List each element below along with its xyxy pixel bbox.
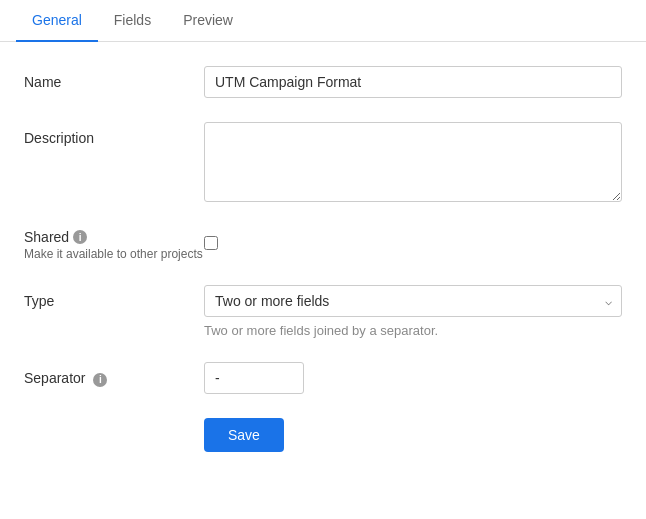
type-select-wrapper: Two or more fields Single field Static v…	[204, 285, 622, 317]
name-input[interactable]	[204, 66, 622, 98]
type-row: Type Two or more fields Single field Sta…	[24, 285, 622, 338]
tab-general[interactable]: General	[16, 0, 98, 42]
form-general: Name Description Shared i Make it availa…	[0, 42, 646, 476]
name-row: Name	[24, 66, 622, 98]
separator-row: Separator i	[24, 362, 622, 394]
tab-fields[interactable]: Fields	[98, 0, 167, 42]
type-select[interactable]: Two or more fields Single field Static v…	[204, 285, 622, 317]
tab-preview[interactable]: Preview	[167, 0, 249, 42]
save-row: Save	[24, 418, 622, 452]
name-label: Name	[24, 66, 204, 90]
separator-field	[204, 362, 622, 394]
shared-label-col: Shared i Make it available to other proj…	[24, 229, 204, 261]
shared-checkbox[interactable]	[204, 236, 218, 250]
separator-label: Separator	[24, 370, 85, 386]
type-label: Type	[24, 285, 204, 309]
separator-info-icon[interactable]: i	[93, 373, 107, 387]
shared-row: Shared i Make it available to other proj…	[24, 229, 622, 261]
shared-info-icon[interactable]: i	[73, 230, 87, 244]
type-field: Two or more fields Single field Static v…	[204, 285, 622, 338]
separator-input[interactable]	[204, 362, 304, 394]
shared-sublabel: Make it available to other projects	[24, 247, 204, 261]
name-field	[204, 66, 622, 98]
type-hint: Two or more fields joined by a separator…	[204, 323, 622, 338]
tab-bar: General Fields Preview	[0, 0, 646, 42]
description-input[interactable]	[204, 122, 622, 202]
shared-label-wrapper: Shared i	[24, 229, 204, 245]
save-button[interactable]: Save	[204, 418, 284, 452]
shared-checkbox-wrapper	[204, 229, 218, 253]
shared-label: Shared	[24, 229, 69, 245]
separator-label-wrapper: Separator i	[24, 362, 204, 387]
description-row: Description	[24, 122, 622, 205]
description-label: Description	[24, 122, 204, 146]
description-field	[204, 122, 622, 205]
